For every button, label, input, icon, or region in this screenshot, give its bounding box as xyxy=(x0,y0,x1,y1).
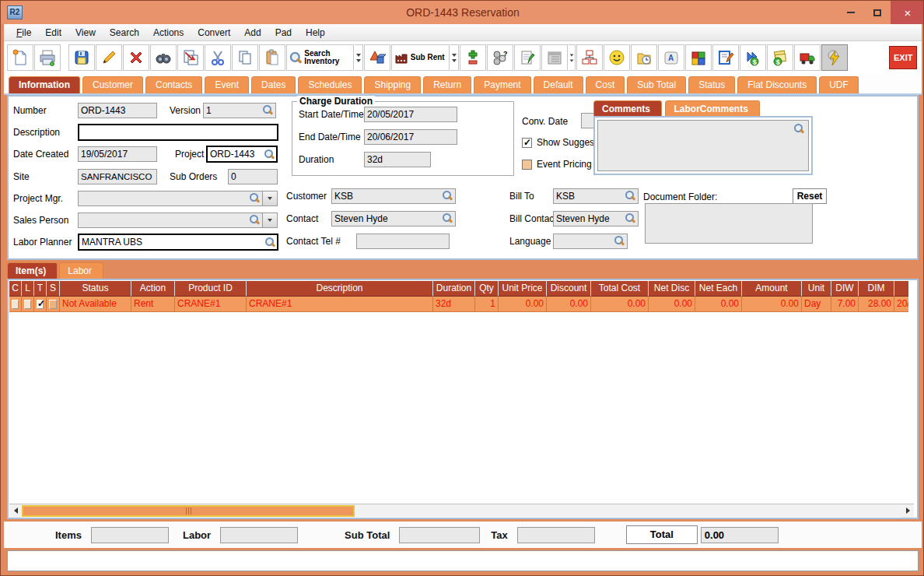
col-description[interactable]: Description xyxy=(247,281,433,297)
add-remove-button[interactable] xyxy=(460,44,486,71)
row-check-t[interactable] xyxy=(37,300,44,309)
col-action[interactable]: Action xyxy=(131,281,175,297)
tab-comments[interactable]: Comments xyxy=(593,100,662,116)
truck-button[interactable] xyxy=(794,44,821,71)
number-field[interactable] xyxy=(78,103,157,118)
labor-planner-field[interactable] xyxy=(78,234,278,251)
calendar-button[interactable] xyxy=(541,44,568,71)
lightning-button[interactable] xyxy=(821,44,848,71)
col-c[interactable]: C xyxy=(9,281,22,297)
close-button[interactable]: × xyxy=(891,1,924,24)
col-t[interactable]: T xyxy=(34,281,47,297)
menu-actions[interactable]: Actions xyxy=(147,26,190,40)
sales-person-field[interactable] xyxy=(78,212,263,228)
tab-items[interactable]: Item(s) xyxy=(7,262,58,279)
labor-planner-search-icon[interactable] xyxy=(264,237,276,248)
comments-search-icon[interactable] xyxy=(793,123,805,135)
tab-dates[interactable]: Dates xyxy=(251,76,296,93)
sub-orders-field[interactable] xyxy=(228,169,278,184)
col-duration[interactable]: Duration xyxy=(433,281,475,297)
row-check-s[interactable] xyxy=(49,300,57,309)
folder-history-button[interactable] xyxy=(631,44,657,71)
menu-help[interactable]: Help xyxy=(299,26,331,40)
sub-rent-button[interactable]: Sub Rent xyxy=(391,44,450,71)
tab-udf[interactable]: UDF xyxy=(819,76,859,93)
copy-button[interactable] xyxy=(232,44,258,71)
smiley-button[interactable] xyxy=(604,44,630,71)
currency-notes-button[interactable]: $ xyxy=(767,44,793,71)
event-pricing-checkbox[interactable] xyxy=(522,160,532,170)
reset-button[interactable]: Reset xyxy=(793,188,827,204)
tab-information[interactable]: Information xyxy=(9,76,80,93)
row-check-c[interactable] xyxy=(12,300,19,309)
col-diw[interactable]: DIW xyxy=(831,281,859,297)
sales-person-search-icon[interactable] xyxy=(249,214,261,226)
project-mgr-dropdown[interactable] xyxy=(263,191,278,206)
cut-button[interactable] xyxy=(205,44,231,71)
bill-contact-search-icon[interactable] xyxy=(625,212,636,224)
col-l[interactable]: L xyxy=(22,281,34,297)
contact-field[interactable] xyxy=(331,211,456,227)
row-check-l[interactable] xyxy=(24,300,31,309)
description-field[interactable] xyxy=(78,124,278,141)
tab-sub-total[interactable]: Sub Total xyxy=(627,76,686,93)
col-qty[interactable]: Qty xyxy=(475,281,499,297)
tab-return[interactable]: Return xyxy=(423,76,471,93)
grid-row[interactable]: Not Available Rent CRANE#1 CRANE#1 32d 1… xyxy=(9,297,908,312)
menu-edit[interactable]: Edit xyxy=(39,26,68,40)
customer-field[interactable] xyxy=(331,188,456,204)
horizontal-scrollbar[interactable] xyxy=(9,504,914,517)
bill-to-search-icon[interactable] xyxy=(625,190,636,202)
project-mgr-search-icon[interactable] xyxy=(249,192,261,204)
scroll-left-arrow[interactable] xyxy=(9,504,22,518)
scrollbar-thumb[interactable] xyxy=(22,505,355,517)
new-document-button[interactable] xyxy=(7,44,33,71)
labor-total-field[interactable] xyxy=(220,527,298,543)
maximize-button[interactable] xyxy=(864,2,891,23)
currency-forward-button[interactable]: $ xyxy=(740,44,766,71)
minimize-button[interactable] xyxy=(838,2,864,23)
search-inventory-dropdown[interactable] xyxy=(355,44,363,71)
find-button[interactable] xyxy=(150,44,177,71)
site-field[interactable] xyxy=(78,169,157,184)
duration-field[interactable] xyxy=(364,152,431,167)
tab-customer[interactable]: Customer xyxy=(82,76,143,93)
tab-event[interactable]: Event xyxy=(205,76,249,93)
sub-total-field[interactable] xyxy=(399,527,480,543)
scroll-right-arrow[interactable] xyxy=(901,504,914,518)
col-dim[interactable]: DIM xyxy=(859,281,894,297)
show-suggestions-checkbox[interactable] xyxy=(522,138,532,148)
version-search-icon[interactable] xyxy=(262,104,274,116)
start-date-field[interactable] xyxy=(364,107,457,122)
edit-document-button[interactable] xyxy=(712,44,739,71)
org-chart-button[interactable] xyxy=(576,44,603,71)
end-date-field[interactable] xyxy=(364,129,457,145)
tab-schedules[interactable]: Schedules xyxy=(298,76,362,93)
col-net-disc[interactable]: Net Disc xyxy=(649,281,695,297)
edit-button[interactable] xyxy=(96,44,122,71)
col-product-id[interactable]: Product ID xyxy=(175,281,247,297)
tab-cost[interactable]: Cost xyxy=(586,76,625,93)
transfer-document-button[interactable] xyxy=(177,44,204,71)
document-folder-box[interactable] xyxy=(645,203,813,244)
col-s[interactable]: S xyxy=(47,281,60,297)
col-amount[interactable]: Amount xyxy=(742,281,802,297)
menu-add[interactable]: Add xyxy=(238,26,267,40)
objects-button[interactable] xyxy=(364,44,390,71)
col-discount[interactable]: Discount xyxy=(547,281,591,297)
col-unit[interactable]: Unit xyxy=(802,281,831,297)
tab-status[interactable]: Status xyxy=(688,76,735,93)
tab-flat-discounts[interactable]: Flat Discounts xyxy=(737,76,817,93)
col-total-cost[interactable]: Total Cost xyxy=(591,281,649,297)
shortcut-key-button[interactable]: A xyxy=(658,44,684,71)
col-net-each[interactable]: Net Each xyxy=(695,281,742,297)
col-extra[interactable] xyxy=(894,281,908,297)
group-question-button[interactable]: ? xyxy=(487,44,513,71)
sales-person-dropdown[interactable] xyxy=(263,212,278,228)
cubes-button[interactable] xyxy=(685,44,712,71)
contact-search-icon[interactable] xyxy=(442,212,453,224)
comments-textarea[interactable] xyxy=(597,120,809,171)
total-field[interactable] xyxy=(701,527,779,543)
delete-button[interactable] xyxy=(123,44,149,71)
menu-search[interactable]: Search xyxy=(103,26,145,40)
